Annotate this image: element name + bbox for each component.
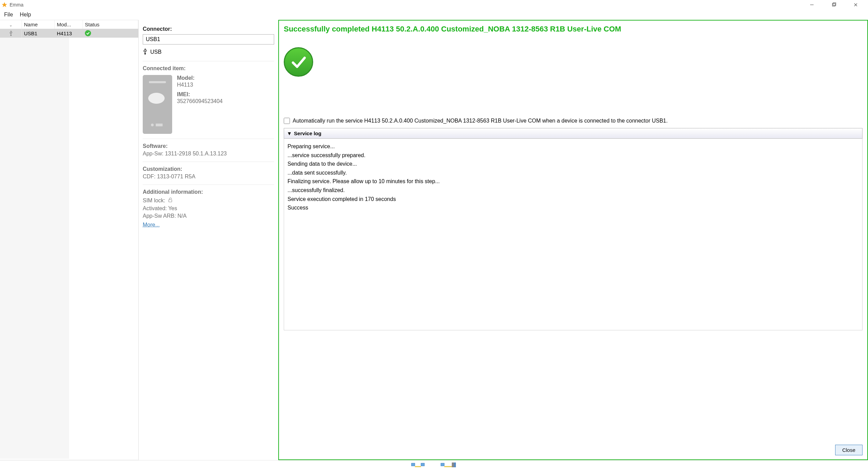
more-link[interactable]: More...	[143, 222, 160, 228]
log-line: ...service successfully prepared.	[288, 151, 859, 160]
svg-rect-19	[454, 462, 456, 467]
device-table-header: ⌄ Name Mod... Status	[0, 20, 138, 29]
imei-value: 352766094523404	[177, 98, 222, 104]
statusbar	[0, 460, 868, 469]
log-line: ...data sent successfully.	[288, 168, 859, 177]
svg-point-6	[10, 35, 12, 36]
arb-line: App-Sw ARB: N/A	[143, 213, 274, 219]
svg-rect-3	[833, 3, 836, 5]
log-line: Success	[288, 203, 859, 212]
imei-label: IMEI:	[177, 91, 222, 98]
device-row[interactable]: USB1 H4113	[0, 29, 138, 38]
auto-run-label: Automatically run the service H4113 50.2…	[293, 118, 668, 124]
model-label: Model:	[177, 75, 222, 81]
software-label: Software:	[143, 143, 274, 149]
close-window-button[interactable]	[849, 1, 863, 9]
titlebar: Emma	[0, 0, 868, 10]
usb-icon	[143, 48, 148, 56]
connector-label: Connector:	[143, 26, 274, 32]
connector-input[interactable]: USB1	[143, 34, 274, 45]
device-list-pane: ⌄ Name Mod... Status USB1 H4113	[0, 20, 138, 460]
window-title: Emma	[10, 2, 805, 8]
svg-rect-17	[441, 463, 444, 466]
row-name: USB1	[22, 30, 55, 36]
result-pane: Successfully completed H4113 50.2.A.0.40…	[278, 20, 868, 460]
sim-lock-label: SIM lock:	[143, 198, 165, 204]
svg-rect-18	[452, 462, 454, 467]
connected-item-label: Connected item:	[143, 65, 274, 72]
svg-rect-15	[421, 463, 424, 466]
svg-marker-0	[2, 2, 7, 7]
detail-pane: Connector: USB1 USB Connected item:	[138, 20, 278, 460]
menubar: File Help	[0, 10, 868, 20]
svg-rect-13	[169, 200, 172, 202]
row-connector-icon	[0, 29, 22, 38]
menu-help[interactable]: Help	[17, 10, 34, 19]
svg-rect-9	[149, 81, 166, 83]
customization-label: Customization:	[143, 166, 274, 172]
network-status-icon-2	[440, 462, 457, 468]
log-line: ...successfully finalized.	[288, 186, 859, 195]
col-name[interactable]: Name	[22, 20, 55, 29]
log-line: Finalizing service. Please allow up to 1…	[288, 177, 859, 186]
success-icon	[284, 47, 313, 77]
svg-rect-2	[832, 3, 835, 6]
row-gutter-empty	[0, 38, 69, 459]
additional-info-label: Additional information:	[143, 189, 274, 195]
expand-all-icon[interactable]: ⌄	[9, 23, 12, 27]
svg-point-10	[148, 93, 165, 104]
menu-file[interactable]: File	[1, 10, 16, 19]
log-line: Service execution completed in 170 secon…	[288, 195, 859, 204]
connector-type-row: USB	[143, 48, 274, 56]
collapse-icon: ▼	[287, 130, 292, 136]
unlock-icon	[167, 197, 173, 204]
service-log-body[interactable]: Preparing service... ...service successf…	[284, 139, 863, 330]
network-status-icon-1	[411, 462, 426, 468]
row-status	[83, 30, 138, 36]
software-value: App-Sw: 1311-2918 50.1.A.13.123	[143, 151, 274, 157]
col-status[interactable]: Status	[83, 20, 138, 29]
maximize-button[interactable]	[827, 1, 841, 9]
customization-value: CDF: 1313-0771 R5A	[143, 174, 274, 180]
svg-rect-14	[411, 463, 415, 466]
log-line: Preparing service...	[288, 142, 859, 151]
auto-run-checkbox[interactable]	[284, 118, 290, 124]
result-heading: Successfully completed H4113 50.2.A.0.40…	[279, 21, 867, 34]
status-ok-icon	[85, 30, 91, 36]
service-log-toggle[interactable]: ▼ Service log	[284, 128, 863, 139]
svg-point-11	[151, 124, 154, 126]
row-model: H4113	[55, 30, 83, 36]
minimize-button[interactable]	[805, 1, 819, 9]
svg-point-7	[144, 53, 146, 55]
svg-rect-12	[156, 124, 163, 126]
model-value: H4113	[177, 82, 222, 88]
service-log-title: Service log	[294, 130, 321, 136]
close-button[interactable]: Close	[835, 445, 863, 455]
device-thumbnail	[143, 75, 172, 134]
app-icon	[1, 2, 8, 8]
activated-line: Activated: Yes	[143, 205, 274, 212]
connector-type: USB	[150, 49, 162, 55]
log-line: Sending data to the device...	[288, 160, 859, 168]
col-model[interactable]: Mod...	[55, 20, 83, 29]
